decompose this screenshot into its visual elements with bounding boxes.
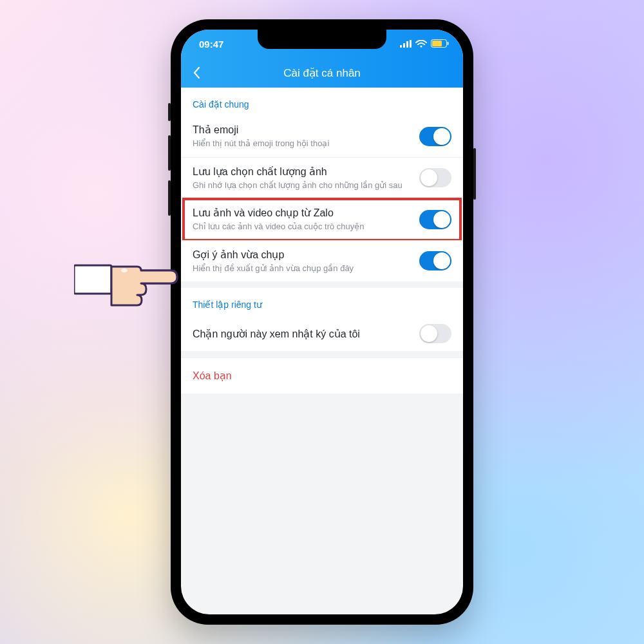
toggle-switch[interactable] (419, 127, 451, 146)
toggle-switch[interactable] (419, 210, 451, 229)
row-texts: Thả emojiHiển thị nút thả emoji trong hộ… (193, 124, 419, 149)
privacy-item-row[interactable]: Chặn người này xem nhật ký của tôi (181, 316, 463, 351)
svg-rect-0 (74, 265, 111, 294)
row-subtitle: Chỉ lưu các ảnh và video của cuộc trò ch… (193, 221, 412, 232)
section-header-general: Cài đặt chung (181, 88, 463, 116)
toggle-knob (421, 325, 437, 342)
content: Cài đặt chung Thả emojiHiển thị nút thả … (181, 88, 463, 393)
svg-point-1 (121, 269, 128, 272)
background-gradient: 09:47 Cài đặt cá nhân (0, 0, 644, 644)
row-title: Lưu ảnh và video chụp từ Zalo (193, 207, 412, 219)
screen: 09:47 Cài đặt cá nhân (181, 30, 463, 614)
battery-icon (431, 39, 449, 50)
delete-friend-button[interactable]: Xóa bạn (181, 357, 463, 393)
general-item-row[interactable]: Thả emojiHiển thị nút thả emoji trong hộ… (181, 116, 463, 157)
status-time: 09:47 (199, 39, 223, 50)
row-subtitle: Hiển thị nút thả emoji trong hội thoại (193, 138, 412, 149)
toggle-knob (433, 128, 450, 145)
toggle-knob (433, 252, 450, 269)
toggle-switch[interactable] (419, 324, 451, 343)
svg-point-6 (420, 45, 422, 47)
row-title: Gợi ý ảnh vừa chụp (193, 249, 412, 261)
section-gap (181, 351, 463, 357)
general-item-row[interactable]: Lưu ảnh và video chụp từ ZaloChỉ lưu các… (181, 198, 463, 240)
svg-rect-9 (448, 42, 449, 45)
general-settings-list: Thả emojiHiển thị nút thả emoji trong hộ… (181, 116, 463, 281)
toggle-switch[interactable] (419, 251, 451, 270)
row-subtitle: Ghi nhớ lựa chọn chất lượng ảnh cho nhữn… (193, 180, 412, 191)
row-title: Thả emoji (193, 124, 412, 136)
svg-rect-5 (410, 40, 412, 48)
row-texts: Chặn người này xem nhật ký của tôi (193, 328, 419, 340)
row-texts: Gợi ý ảnh vừa chụpHiển thị đề xuất gửi ả… (193, 249, 419, 274)
general-item-row[interactable]: Lưu lựa chọn chất lượng ảnhGhi nhớ lựa c… (181, 157, 463, 199)
notch (258, 30, 386, 49)
svg-rect-8 (432, 41, 442, 46)
toggle-switch[interactable] (419, 168, 451, 187)
phone-frame: 09:47 Cài đặt cá nhân (171, 19, 473, 625)
general-item-row[interactable]: Gợi ý ảnh vừa chụpHiển thị đề xuất gửi ả… (181, 240, 463, 282)
power-button (473, 148, 476, 200)
wifi-icon (415, 39, 427, 50)
delete-friend-label: Xóa bạn (193, 370, 232, 381)
privacy-settings-list: Chặn người này xem nhật ký của tôi (181, 316, 463, 351)
row-title: Chặn người này xem nhật ký của tôi (193, 328, 412, 340)
signal-icon (400, 39, 412, 50)
row-title: Lưu lựa chọn chất lượng ảnh (193, 166, 412, 178)
volume-down-button (168, 180, 171, 216)
nav-bar: Cài đặt cá nhân (181, 58, 463, 88)
pointing-hand-icon (74, 232, 180, 309)
section-gap (181, 281, 463, 288)
volume-up-button (168, 135, 171, 171)
toggle-knob (433, 211, 450, 228)
svg-rect-2 (400, 45, 402, 48)
section-header-privacy: Thiết lập riêng tư (181, 288, 463, 316)
row-subtitle: Hiển thị đề xuất gửi ảnh vừa chụp gần đâ… (193, 263, 412, 274)
mute-switch (168, 103, 171, 121)
row-texts: Lưu lựa chọn chất lượng ảnhGhi nhớ lựa c… (193, 166, 419, 191)
page-title: Cài đặt cá nhân (181, 66, 463, 80)
row-texts: Lưu ảnh và video chụp từ ZaloChỉ lưu các… (193, 207, 419, 232)
svg-rect-3 (403, 43, 405, 48)
toggle-knob (421, 169, 437, 186)
svg-rect-4 (406, 41, 408, 48)
